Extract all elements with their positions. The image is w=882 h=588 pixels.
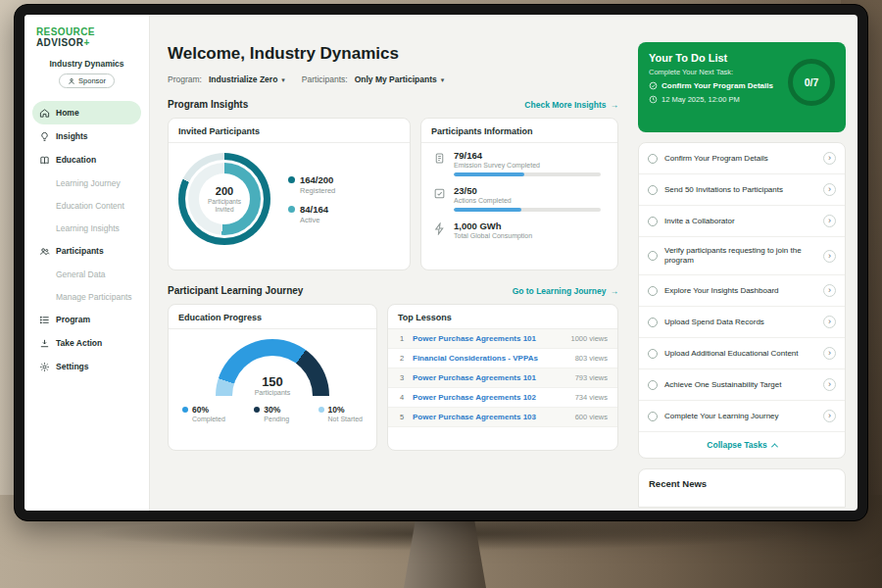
sidebar-item-manage-participants[interactable]: Manage Participants bbox=[32, 285, 141, 308]
sidebar: RESOURCE ADVISOR+ Industry Dynamics Spon… bbox=[24, 15, 150, 511]
sidebar-item-participants[interactable]: Participants bbox=[32, 239, 141, 263]
lesson-link[interactable]: Power Purchase Agreements 101 bbox=[413, 334, 564, 343]
learning-cards-row: Education Progress 150 Participants 60% bbox=[168, 304, 618, 451]
lesson-views: 803 views bbox=[575, 354, 608, 363]
stat-label: Actions Completed bbox=[454, 197, 601, 204]
todo-item[interactable]: Explore Your Insights Dashboard › bbox=[639, 275, 845, 307]
donut-legend: 164/200 Registered 84/164 Active bbox=[288, 166, 335, 233]
check-more-insights-link[interactable]: Check More Insights → bbox=[524, 100, 618, 110]
lesson-link[interactable]: Power Purchase Agreements 103 bbox=[413, 413, 568, 421]
todo-checkbox[interactable] bbox=[648, 286, 658, 296]
donut-ring-gap: 200 Participants Invited bbox=[185, 160, 264, 238]
stat-value: 1,000 GWh bbox=[454, 220, 532, 231]
legend-item-active: 84/164 Active bbox=[288, 204, 335, 224]
monitor-bezel: RESOURCE ADVISOR+ Industry Dynamics Spon… bbox=[14, 4, 868, 521]
todo-checkbox[interactable] bbox=[648, 154, 658, 164]
stat-row-global-consumption: 1,000 GWh Total Global Consumption bbox=[433, 220, 606, 239]
sidebar-item-learning-journey[interactable]: Learning Journey bbox=[32, 172, 141, 194]
todo-item[interactable]: Upload Spend Data Records › bbox=[639, 307, 845, 338]
sidebar-item-home[interactable]: Home bbox=[32, 101, 141, 124]
lesson-link[interactable]: Financial Considerations - VPPAs bbox=[413, 354, 568, 363]
invited-card-body: 200 Participants Invited 164/200 Registe bbox=[169, 143, 410, 255]
sidebar-item-label: Education Content bbox=[56, 201, 124, 211]
people-icon bbox=[39, 246, 50, 257]
chevron-right-icon[interactable]: › bbox=[823, 284, 836, 297]
todo-checkbox[interactable] bbox=[648, 412, 658, 421]
lightbulb-icon bbox=[39, 131, 50, 142]
todo-item[interactable]: Achieve One Sustainability Target › bbox=[639, 369, 845, 401]
chevron-right-icon[interactable]: › bbox=[823, 347, 836, 360]
recent-news-title: Recent News bbox=[639, 469, 845, 498]
learning-journey-header: Participant Learning Journey Go to Learn… bbox=[168, 285, 618, 296]
todo-item-label: Explore Your Insights Dashboard bbox=[664, 286, 816, 296]
link-label: Check More Insights bbox=[524, 100, 606, 110]
sidebar-item-program[interactable]: Program bbox=[32, 308, 141, 331]
lesson-link[interactable]: Power Purchase Agreements 102 bbox=[413, 393, 568, 402]
sidebar-item-label: Home bbox=[56, 108, 79, 118]
sidebar-item-settings[interactable]: Settings bbox=[32, 355, 141, 378]
todo-checkbox[interactable] bbox=[648, 318, 658, 327]
card-title: Education Progress bbox=[169, 305, 376, 329]
lesson-rank: 3 bbox=[398, 373, 406, 382]
lesson-row: 5 Power Purchase Agreements 103 600 view… bbox=[388, 408, 617, 427]
legend-dot bbox=[254, 407, 260, 413]
todo-item[interactable]: Upload Additional Educational Content › bbox=[639, 338, 845, 369]
sidebar-item-label: Learning Insights bbox=[56, 223, 120, 233]
gauge-center: 150 Participants bbox=[216, 374, 329, 396]
sidebar-item-education-content[interactable]: Education Content bbox=[32, 194, 141, 217]
collapse-tasks-button[interactable]: Collapse Tasks bbox=[639, 432, 845, 458]
gauge-center-label: Participants bbox=[216, 389, 329, 396]
sidebar-item-general-data[interactable]: General Data bbox=[32, 263, 141, 285]
go-to-learning-journey-link[interactable]: Go to Learning Journey → bbox=[513, 286, 618, 296]
legend-value: 84/164 bbox=[300, 204, 328, 215]
chevron-right-icon[interactable]: › bbox=[823, 378, 836, 391]
progress-bar bbox=[454, 208, 601, 212]
stat-value: 23/50 bbox=[454, 185, 601, 196]
todo-checkbox[interactable] bbox=[648, 251, 658, 261]
link-label: Go to Learning Journey bbox=[513, 286, 607, 296]
legend-label: Registered bbox=[300, 186, 335, 195]
lesson-link[interactable]: Power Purchase Agreements 101 bbox=[413, 373, 568, 382]
section-title: Program Insights bbox=[168, 99, 248, 110]
sidebar-item-education[interactable]: Education bbox=[32, 148, 141, 172]
sidebar-item-label: Education bbox=[56, 155, 96, 165]
lesson-rank: 5 bbox=[398, 413, 406, 421]
card-title: Participants Information bbox=[421, 119, 617, 143]
chevron-right-icon[interactable]: › bbox=[823, 152, 836, 165]
survey-icon bbox=[433, 151, 446, 164]
todo-item[interactable]: Confirm Your Program Details › bbox=[639, 143, 845, 174]
sidebar-item-learning-insights[interactable]: Learning Insights bbox=[32, 217, 141, 239]
logo-part-advisor: ADVISOR bbox=[36, 37, 83, 48]
lesson-views: 1000 views bbox=[570, 334, 608, 343]
legend-dot bbox=[288, 206, 295, 213]
sidebar-item-insights[interactable]: Insights bbox=[32, 124, 141, 148]
sidebar-item-take-action[interactable]: Take Action bbox=[32, 331, 141, 355]
chevron-right-icon[interactable]: › bbox=[823, 316, 836, 328]
todo-checkbox[interactable] bbox=[648, 217, 658, 226]
org-name: Industry Dynamics bbox=[32, 59, 141, 69]
todo-item[interactable]: Send 50 Invitations to Participants › bbox=[639, 174, 845, 206]
participants-select[interactable]: Only My Participants ▾ bbox=[355, 74, 445, 84]
todo-progress-value: 0/7 bbox=[805, 76, 819, 88]
next-task-row[interactable]: Confirm Your Program Details bbox=[649, 81, 784, 90]
list-icon bbox=[39, 315, 50, 325]
todo-checkbox[interactable] bbox=[648, 380, 658, 390]
todo-item[interactable]: Complete Your Learning Journey › bbox=[639, 401, 845, 432]
todo-checkbox[interactable] bbox=[648, 185, 658, 195]
chevron-down-icon: ▾ bbox=[281, 76, 285, 83]
stat-label: Total Global Consumption bbox=[454, 232, 532, 239]
todo-item[interactable]: Invite a Collaborator › bbox=[639, 206, 845, 237]
participants-information-card: Participants Information 79/164 Emission… bbox=[420, 118, 618, 270]
top-lessons-card: Top Lessons 1 Power Purchase Agreements … bbox=[387, 304, 618, 451]
dashboard-screen: RESOURCE ADVISOR+ Industry Dynamics Spon… bbox=[24, 15, 858, 511]
todo-checkbox[interactable] bbox=[648, 349, 658, 359]
chevron-right-icon[interactable]: › bbox=[823, 183, 836, 196]
todo-item-label: Confirm Your Program Details bbox=[664, 154, 816, 164]
app-logo: RESOURCE ADVISOR+ bbox=[32, 26, 141, 48]
progress-bar bbox=[454, 172, 601, 176]
chevron-right-icon[interactable]: › bbox=[823, 250, 836, 263]
chevron-right-icon[interactable]: › bbox=[823, 215, 836, 227]
todo-item[interactable]: Verify participants requesting to join t… bbox=[639, 237, 845, 275]
chevron-right-icon[interactable]: › bbox=[823, 410, 836, 422]
program-select[interactable]: Industrialize Zero ▾ bbox=[209, 74, 285, 84]
